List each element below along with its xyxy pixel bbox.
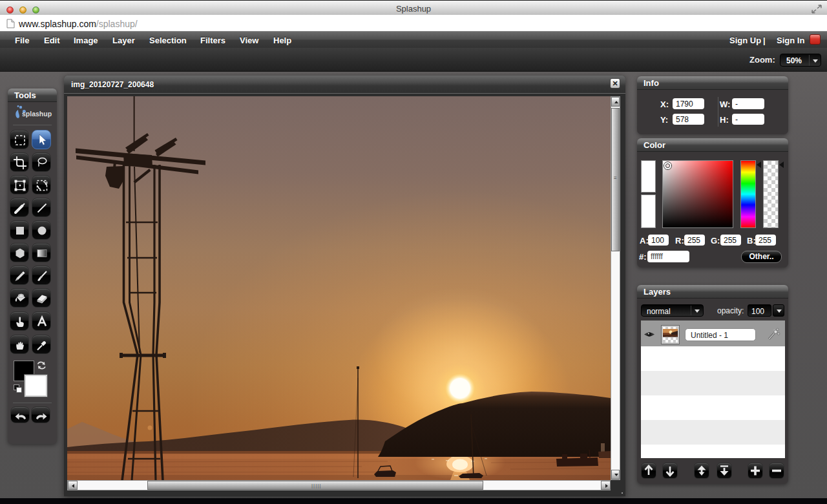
svg-text:splashup: splashup — [22, 110, 52, 118]
